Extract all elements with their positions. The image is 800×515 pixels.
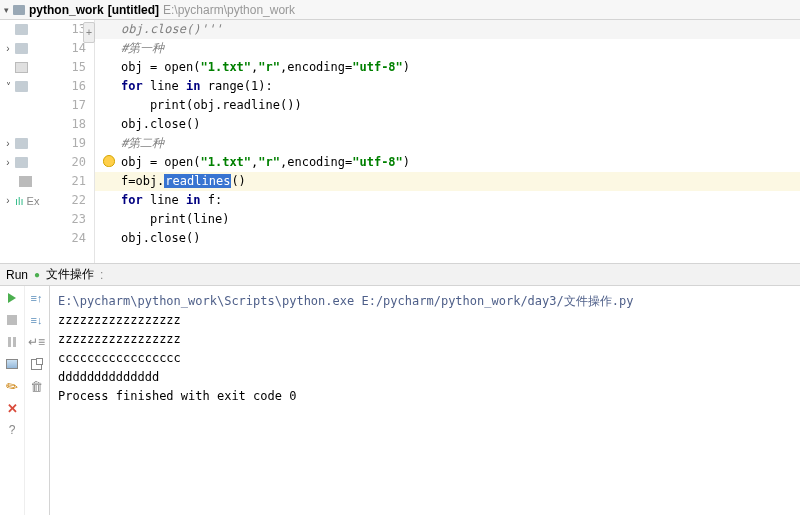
project-tree[interactable]: › ˅ › › ›ılıEx [0,20,55,263]
intention-bulb-icon[interactable] [103,155,115,167]
soft-wrap-icon[interactable]: ↵≡ [29,334,45,350]
run-icon[interactable] [4,290,20,306]
line-number: 14 [55,39,86,58]
layout-icon[interactable] [29,356,45,372]
code-line[interactable]: obj.close() [95,229,800,248]
code-body[interactable]: +obj.close()'''#第一种obj = open("1.txt","r… [95,20,800,263]
token-fn: ) [403,60,410,74]
token-str: "1.txt" [200,60,251,74]
code-line[interactable]: print(line) [95,210,800,229]
line-number: 22 [55,191,86,210]
trash-icon[interactable]: 🗑 [29,378,45,394]
code-line[interactable]: +obj.close()''' [95,20,800,39]
token-cm: #第一种 [121,41,164,55]
run-command-line: E:\pycharm\python_work\Scripts\python.ex… [58,292,792,311]
console-line: ccccccccccccccccc [58,349,792,368]
console-line: dddddddddddddd [58,368,792,387]
line-number: 24 [55,229,86,248]
scroll-bottom-icon[interactable]: ≡↓ [29,312,45,328]
chevron-right-icon[interactable]: › [4,157,12,168]
breadcrumb: ▾ python_work [untitled] E:\pycharm\pyth… [0,0,800,20]
run-console[interactable]: E:\pycharm\python_work\Scripts\python.ex… [50,286,800,515]
close-icon[interactable]: ✕ [4,400,20,416]
code-line[interactable]: obj.close() [95,115,800,134]
token-kw: in [186,79,200,93]
pause-icon[interactable] [4,334,20,350]
run-tab-label[interactable]: 文件操作 [46,266,94,283]
chevron-down-icon[interactable]: ˅ [4,81,12,92]
code-line[interactable]: print(obj.readline()) [95,96,800,115]
folder-icon [15,43,28,54]
token-fn: line [143,193,186,207]
save-icon[interactable] [4,356,20,372]
line-number: 23 [55,210,86,229]
chevron-right-icon[interactable]: › [4,195,12,206]
token-fn: obj.close() [121,117,200,131]
code-line[interactable]: obj = open("1.txt","r",encoding="utf-8") [95,153,800,172]
token-fn: obj = open( [121,155,200,169]
line-number: 20 [55,153,86,172]
line-number: 21 [55,172,86,191]
token-fn: obj = open( [121,60,200,74]
token-fn: ,encoding= [280,60,352,74]
token-str: "r" [258,155,280,169]
token-fn: f=obj. [121,174,164,188]
token-str: "utf-8" [352,60,403,74]
folder-icon [15,157,28,168]
token-fn: print(line) [121,212,229,226]
token-fn: obj.close() [121,231,200,245]
pin-icon[interactable]: ✎ [4,378,20,394]
line-number: 13 [55,20,86,39]
chevron-down-icon[interactable]: ▾ [4,5,9,15]
external-libraries-label[interactable]: Ex [27,195,40,207]
token-fn: range(1): [201,79,273,93]
token-sel: readlines [164,174,231,188]
fold-icon[interactable]: + [83,22,95,43]
run-tab-bar: Run ● 文件操作 : [0,264,800,286]
token-str: "r" [258,60,280,74]
code-line[interactable]: f=obj.readlines() [95,172,800,191]
line-number: 15 [55,58,86,77]
line-number-gutter: 131415161718192021222324 [55,20,95,263]
scratches-icon [19,176,32,187]
line-number: 18 [55,115,86,134]
token-cm: #第二种 [121,136,164,150]
line-number: 16 [55,77,86,96]
chevron-right-icon[interactable]: › [4,138,12,149]
token-fn: f: [201,193,223,207]
run-toolbar: ✎ ✕ ? ≡↑ ≡↓ ↵≡ 🗑 [0,286,50,515]
external-libraries-icon: ılı [15,195,24,207]
token-fn: ) [403,155,410,169]
breadcrumb-context: [untitled] [108,3,159,17]
code-editor[interactable]: 131415161718192021222324 +obj.close()'''… [55,20,800,263]
breadcrumb-path: E:\pycharm\python_work [163,3,295,17]
run-title: Run [6,268,28,282]
help-icon[interactable]: ? [4,422,20,438]
token-kw: in [186,193,200,207]
breadcrumb-project[interactable]: python_work [29,3,104,17]
token-cm: obj.close()''' [121,22,222,36]
token-fn: line [143,79,186,93]
token-kw: for [121,193,143,207]
console-line: Process finished with exit code 0 [58,387,792,406]
token-str: "utf-8" [352,155,403,169]
line-number: 17 [55,96,86,115]
folder-icon [15,24,28,35]
token-fn: ,encoding= [280,155,352,169]
token-str: "1.txt" [200,155,251,169]
scroll-top-icon[interactable]: ≡↑ [29,290,45,306]
code-line[interactable]: obj = open("1.txt","r",encoding="utf-8") [95,58,800,77]
code-line[interactable]: for line in range(1): [95,77,800,96]
token-kw: for [121,79,143,93]
run-tool-window: Run ● 文件操作 : ✎ ✕ ? ≡↑ ≡↓ ↵≡ [0,264,800,515]
console-line: zzzzzzzzzzzzzzzzz [58,330,792,349]
token-fn: () [231,174,245,188]
file-icon [15,62,28,73]
stop-icon[interactable] [4,312,20,328]
folder-icon [15,81,28,92]
folder-icon [13,5,25,15]
code-line[interactable]: #第二种 [95,134,800,153]
chevron-right-icon[interactable]: › [4,43,12,54]
code-line[interactable]: #第一种 [95,39,800,58]
code-line[interactable]: for line in f: [95,191,800,210]
